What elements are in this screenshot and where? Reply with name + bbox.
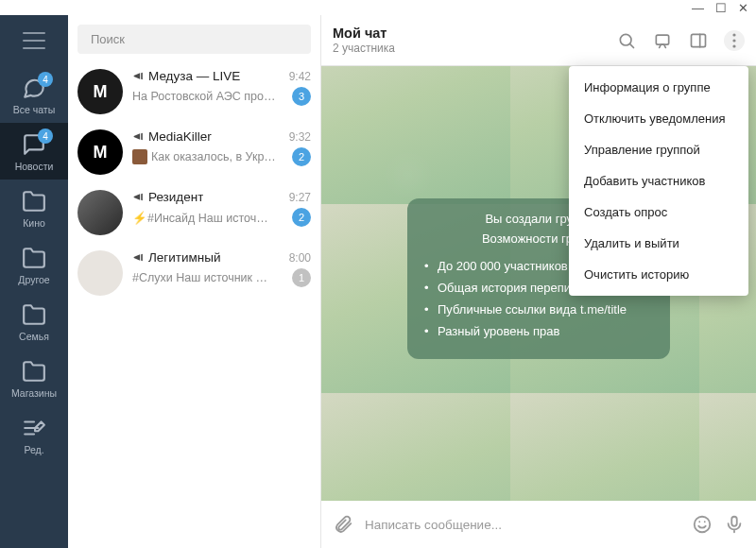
menu-delete-leave[interactable]: Удалить и выйти [569,228,748,259]
sidebar-item-label: Семья [19,331,49,342]
svg-rect-7 [731,517,737,526]
sidebar-item-label: Все чаты [13,104,55,115]
more-icon[interactable] [724,30,745,51]
svg-point-6 [695,517,711,533]
chat-list: Поиск M Медуза — LIVE 9:42 На Ростовской… [68,15,321,548]
chat-preview: На Ростовской АЭС про… [132,90,286,103]
avatar [77,190,123,235]
sidebar-toggle-icon[interactable] [688,30,709,51]
avatar [77,250,123,296]
maximize-button[interactable]: ☐ [715,1,727,15]
menu-icon[interactable] [23,32,45,49]
megaphone-icon [132,251,145,264]
chat-item-legitimny[interactable]: Легитимный 8:00 #Слухи Наш источник … 1 [68,243,320,303]
close-button[interactable]: ✕ [738,1,748,15]
menu-clear-history[interactable]: Очистить историю [569,259,748,290]
chat-preview: ⚡#Инсайд Наш источ… [132,211,286,225]
menu-manage-group[interactable]: Управление группой [569,134,748,165]
chat-title: Мой чат [333,26,395,41]
sidebar-item-all-chats[interactable]: 4 Все чаты [0,66,68,123]
badge: 4 [38,128,53,144]
folder-icon [22,359,46,384]
chat-item-rezident[interactable]: Резидент 9:27 ⚡#Инсайд Наш источ… 2 [68,182,320,243]
menu-add-members[interactable]: Добавить участников [569,165,748,197]
folder-icon [22,189,46,214]
unread-badge: 2 [292,208,311,227]
svg-point-4 [732,39,735,42]
comments-icon[interactable] [652,30,673,51]
chat-time: 9:27 [289,191,311,204]
unread-badge: 2 [292,147,311,166]
message-composer: Написать сообщение... [321,501,756,548]
chat-time: 8:00 [289,251,311,265]
sidebar-item-label: Другое [18,274,49,285]
megaphone-icon [132,130,145,143]
sidebar-item-shops[interactable]: Магазины [0,350,68,406]
chat-name: MediaKiller [132,129,212,144]
folder-icon [22,302,46,327]
svg-point-5 [732,44,735,47]
unread-badge: 3 [292,87,311,106]
attach-icon[interactable] [333,514,353,535]
megaphone-icon [132,70,145,82]
sidebar-item-label: Магазины [11,387,57,399]
sidebar-item-news[interactable]: 4 Новости [0,123,68,180]
svg-rect-1 [656,35,668,44]
thumb-icon [132,149,147,164]
sidebar-item-edit[interactable]: Ред. [0,406,68,463]
chat-preview: Как оказалось, в Укр… [132,149,286,164]
chat-panel: Мой чат 2 участника Информация о группе … [321,15,756,548]
menu-mute[interactable]: Отключить уведомления [569,103,748,134]
chat-item-meduza[interactable]: M Медуза — LIVE 9:42 На Ростовской АЭС п… [68,61,320,122]
svg-point-3 [732,33,735,36]
chat-time: 9:42 [289,70,311,83]
chat-name: Медуза — LIVE [132,69,240,83]
chat-preview: #Слухи Наш источник … [132,271,286,284]
chat-name: Легитимный [132,250,221,265]
mic-icon[interactable] [724,514,745,535]
window-controls: — ☐ ✕ [0,0,756,15]
sidebar-item-label: Новости [15,161,54,172]
emoji-icon[interactable] [692,514,713,535]
megaphone-icon [132,191,145,203]
chat-item-mediakiller[interactable]: M MediaKiller 9:32 Как оказалось, в Укр…… [68,122,320,182]
card-bullet: Разный уровень прав [424,320,653,342]
minimize-button[interactable]: — [692,1,704,15]
sidebar-item-cinema[interactable]: Кино [0,180,68,236]
chat-name: Резидент [132,190,203,204]
svg-rect-2 [692,34,706,46]
search-input[interactable]: Поиск [77,25,311,54]
unread-badge: 1 [292,268,311,287]
edit-icon [22,416,46,440]
sidebar-item-other[interactable]: Другое [0,236,68,293]
folder-sidebar: 4 Все чаты 4 Новости Кино Другое Семья М… [0,15,68,548]
svg-point-0 [620,34,631,45]
message-input[interactable]: Написать сообщение... [365,518,680,532]
search-icon[interactable] [616,30,637,51]
folder-icon [22,246,46,270]
menu-create-poll[interactable]: Создать опрос [569,197,748,228]
badge: 4 [38,72,53,87]
sidebar-item-family[interactable]: Семья [0,293,68,350]
avatar: M [77,129,123,175]
chat-subtitle: 2 участника [333,42,395,55]
card-bullet: Публичные ссылки вида t.me/title [424,299,653,320]
menu-group-info[interactable]: Информация о группе [569,72,748,103]
avatar: M [77,69,123,114]
chat-menu-dropdown: Информация о группе Отключить уведомлени… [569,66,748,296]
sidebar-item-label: Кино [23,217,45,229]
chat-time: 9:32 [289,130,311,144]
sidebar-item-label: Ред. [24,444,43,455]
chat-header: Мой чат 2 участника [321,15,756,66]
